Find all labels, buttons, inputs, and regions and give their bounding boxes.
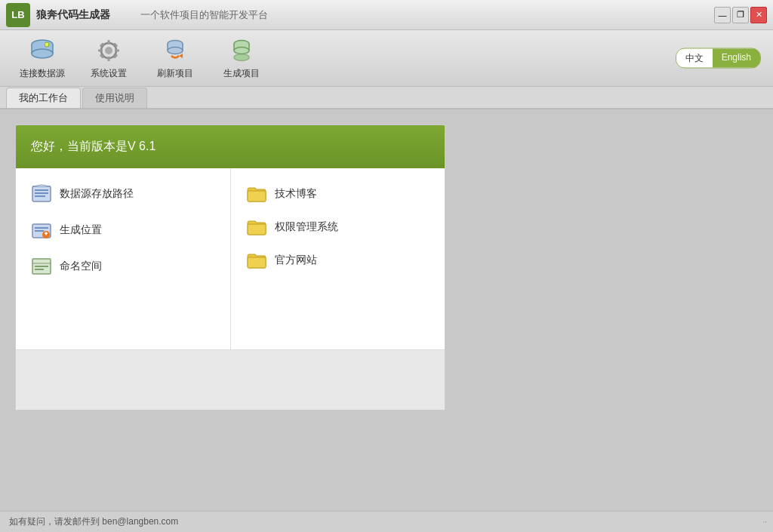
generate-location-icon xyxy=(31,220,52,241)
generate-location-item[interactable]: 生成位置 xyxy=(31,220,215,241)
datasource-path-icon xyxy=(31,183,52,204)
folder-icon-tech-blog xyxy=(246,183,267,204)
connect-db-label: 连接数据源 xyxy=(20,67,65,80)
connect-db-button[interactable]: 连接数据源 xyxy=(12,34,72,83)
tech-blog-label: 技术博客 xyxy=(275,187,317,201)
svg-rect-36 xyxy=(45,232,47,235)
svg-point-5 xyxy=(45,42,49,47)
settings-icon xyxy=(95,37,122,64)
svg-point-7 xyxy=(105,47,112,54)
svg-rect-41 xyxy=(248,191,266,201)
minimize-button[interactable]: — xyxy=(714,7,731,23)
svg-rect-30 xyxy=(35,195,45,197)
official-site-label: 官方网站 xyxy=(275,254,317,267)
svg-rect-11 xyxy=(115,49,119,51)
window-controls: — ❐ ✕ xyxy=(714,7,767,23)
refresh-button[interactable]: 刷新项目 xyxy=(145,34,205,83)
namespace-icon xyxy=(31,256,52,277)
status-bar: 如有疑问，请发邮件到 ben@langben.com ·· xyxy=(0,511,773,532)
card-footer xyxy=(16,349,445,410)
toolbar: 连接数据源 系统设置 刷新项目 xyxy=(0,30,773,87)
settings-label: 系统设置 xyxy=(91,67,127,80)
app-logo: LB xyxy=(6,3,30,27)
main-content: 您好，当前版本是V 6.1 数据源存放路径 xyxy=(0,109,773,511)
status-text: 如有疑问，请发邮件到 ben@langben.com xyxy=(9,515,178,528)
title-bar: LB 狼奔代码生成器 一个软件项目的智能开发平台 — ❐ ✕ xyxy=(0,0,773,30)
tab-docs[interactable]: 使用说明 xyxy=(82,88,147,108)
app-subtitle: 一个软件项目的智能开发平台 xyxy=(140,8,268,22)
generate-button[interactable]: 生成项目 xyxy=(211,34,272,83)
svg-point-18 xyxy=(168,47,183,54)
svg-rect-28 xyxy=(35,189,48,191)
svg-point-2 xyxy=(32,49,53,58)
svg-point-23 xyxy=(234,47,249,54)
generate-icon xyxy=(228,37,255,64)
card-left-column: 数据源存放路径 生成位置 xyxy=(16,168,231,349)
folder-icon-official-site xyxy=(246,250,267,271)
datasource-path-label: 数据源存放路径 xyxy=(60,187,134,201)
chinese-lang-btn[interactable]: 中文 xyxy=(676,49,713,68)
svg-rect-29 xyxy=(35,192,48,194)
refresh-icon xyxy=(162,37,189,64)
folder-icon-permission xyxy=(246,217,267,238)
permission-system-label: 权限管理系统 xyxy=(275,220,338,234)
namespace-label: 命名空间 xyxy=(60,260,102,273)
svg-rect-9 xyxy=(108,57,110,61)
tech-blog-item[interactable]: 技术博客 xyxy=(246,183,430,204)
datasource-path-item[interactable]: 数据源存放路径 xyxy=(31,183,215,204)
svg-rect-42 xyxy=(248,224,266,235)
app-name: 狼奔代码生成器 xyxy=(36,8,110,22)
svg-rect-40 xyxy=(35,269,44,270)
svg-rect-43 xyxy=(248,257,266,268)
generate-location-label: 生成位置 xyxy=(60,223,102,237)
language-toggle[interactable]: 中文 English xyxy=(676,48,761,69)
svg-rect-39 xyxy=(35,266,48,267)
svg-rect-33 xyxy=(35,230,44,232)
restore-button[interactable]: ❐ xyxy=(732,7,749,23)
permission-system-item[interactable]: 权限管理系统 xyxy=(246,217,430,238)
settings-button[interactable]: 系统设置 xyxy=(79,34,139,83)
card-body: 数据源存放路径 生成位置 xyxy=(16,168,445,349)
generate-label: 生成项目 xyxy=(223,67,260,80)
official-site-item[interactable]: 官方网站 xyxy=(246,250,430,271)
english-lang-btn[interactable]: English xyxy=(713,49,760,68)
svg-rect-32 xyxy=(35,227,48,229)
tab-bar: 我的工作台 使用说明 xyxy=(0,87,773,109)
info-card: 您好，当前版本是V 6.1 数据源存放路径 xyxy=(15,125,445,411)
card-right-column: 技术博客 权限管理系统 官方网站 xyxy=(231,168,445,349)
svg-rect-10 xyxy=(98,49,103,51)
connect-db-icon xyxy=(29,37,56,64)
status-dots: ·· xyxy=(762,518,767,526)
svg-rect-8 xyxy=(108,40,110,45)
svg-point-26 xyxy=(234,54,249,60)
refresh-label: 刷新项目 xyxy=(157,67,193,80)
tab-workspace[interactable]: 我的工作台 xyxy=(6,88,81,108)
card-header: 您好，当前版本是V 6.1 xyxy=(16,125,445,168)
close-button[interactable]: ✕ xyxy=(750,7,767,23)
namespace-item[interactable]: 命名空间 xyxy=(31,256,215,277)
